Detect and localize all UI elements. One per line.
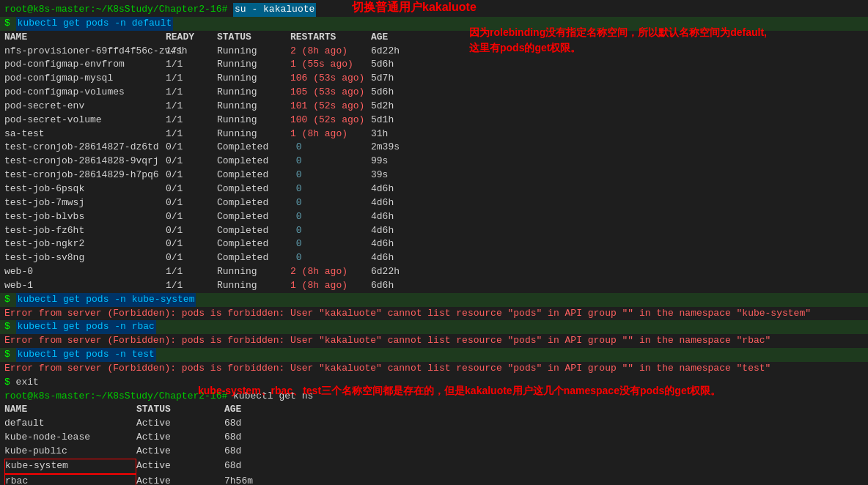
- ns-header: NAMESTATUSAGE: [0, 403, 868, 417]
- pod-row: test-job-sv8ng0/1Completed 04d6h: [0, 251, 868, 265]
- header-status: STATUS: [217, 31, 290, 45]
- error-kube-system: Error from server (Forbidden): pods is f…: [0, 307, 868, 321]
- pod-row: test-cronjob-28614828-9vqrj0/1Completed …: [0, 155, 868, 169]
- annotation-switch-user: 切换普通用户kakaluote: [352, 0, 477, 15]
- pod-row: test-job-6psqk0/1Completed 04d6h: [0, 182, 868, 196]
- pod-row: web-11/1Running 1 (8h ago)6d6h: [0, 279, 868, 293]
- prompt-6: $: [4, 376, 16, 390]
- pod-row: pod-secret-volume1/1Running 100 (52s ago…: [0, 114, 868, 127]
- prompt-5: $: [4, 348, 16, 362]
- pod-row: test-job-7mwsj0/1Completed 04d6h: [0, 196, 868, 210]
- pod-row: test-cronjob-28614829-h7pq60/1Completed …: [0, 169, 868, 182]
- pod-row: pod-configmap-mysql1/1Running 106 (53s a…: [0, 72, 868, 86]
- pod-row: test-job-blvbs0/1Completed 04d6h: [0, 210, 868, 224]
- prompt-2: $: [4, 17, 16, 31]
- prompt-3: $: [4, 293, 16, 307]
- line-cmd-rbac: $ kubectl get pods -n rbac: [0, 320, 868, 334]
- pod-row: test-job-fz6ht0/1Completed 04d6h: [0, 224, 868, 238]
- header-age: AGE: [371, 31, 430, 45]
- ns-row: kube-publicActive68d: [0, 445, 868, 459]
- cmd-get-pods-rbac: kubectl get pods -n rbac: [16, 320, 156, 334]
- ns-row-kube-system: kube-systemActive68d: [0, 459, 868, 474]
- ns-row: kube-node-leaseActive68d: [0, 431, 868, 445]
- pod-row: pod-configmap-envfrom1/1Running 1 (55s a…: [0, 58, 868, 72]
- ns-kube-system: kube-system: [4, 459, 136, 474]
- cmd-get-pods-default: kubectl get pods -n default: [16, 17, 174, 31]
- pod-row: test-cronjob-28614827-dz6td0/1Completed …: [0, 141, 868, 155]
- ns-rbac: rbac: [4, 474, 136, 485]
- ns-row-rbac: rbacActive7h56m: [0, 474, 868, 485]
- header-ready: READY: [166, 31, 217, 45]
- prompt-1: root@k8s-master:~/K8sStudy/Chapter2-16#: [4, 3, 233, 17]
- header-name: NAME: [4, 31, 166, 45]
- annotation-rolebinding: 因为rolebinding没有指定名称空间，所以默认名称空间为default, …: [469, 25, 767, 56]
- cmd-get-pods-kube-system: kubectl get pods -n kube-system: [16, 293, 196, 307]
- prompt-4: $: [4, 320, 16, 334]
- cmd-su: su - kakaluote: [233, 3, 316, 17]
- cmd-get-pods-test: kubectl get pods -n test: [16, 348, 156, 362]
- error-test: Error from server (Forbidden): pods is f…: [0, 362, 868, 376]
- pod-row: pod-configmap-volumes1/1Running 105 (53s…: [0, 86, 868, 100]
- ns-row: defaultActive68d: [0, 417, 868, 431]
- header-restarts: RESTARTS: [290, 31, 371, 45]
- pod-row: web-01/1Running 2 (8h ago)6d22h: [0, 265, 868, 279]
- line-cmd-kube-system: $ kubectl get pods -n kube-system: [0, 293, 868, 307]
- pod-row: pod-secret-env1/1Running 101 (52s ago)5d…: [0, 100, 868, 114]
- annotation-namespace: kube-system、rbac、test三个名称空间都是存在的，但是kakal…: [198, 383, 721, 399]
- pod-row: test-job-ngkr20/1Completed 04d6h: [0, 237, 868, 251]
- terminal: root@k8s-master:~/K8sStudy/Chapter2-16# …: [0, 0, 868, 485]
- error-rbac: Error from server (Forbidden): pods is f…: [0, 334, 868, 348]
- pod-row: sa-test1/1Running 1 (8h ago)31h: [0, 127, 868, 141]
- line-cmd-test: $ kubectl get pods -n test: [0, 348, 868, 362]
